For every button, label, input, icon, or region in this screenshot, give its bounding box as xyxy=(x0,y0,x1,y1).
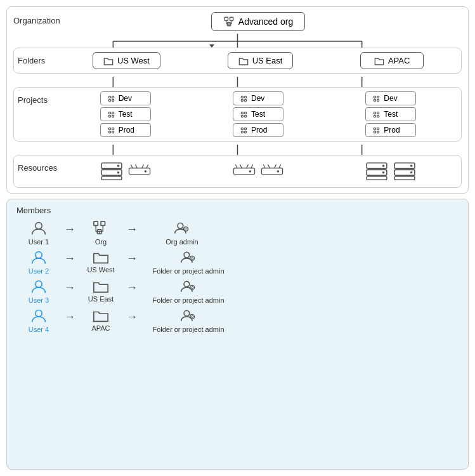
project-dev-1: Dev xyxy=(100,91,151,105)
project-test-3-label: Test xyxy=(384,110,398,119)
svg-point-96 xyxy=(36,222,42,228)
member-user3: User 3 xyxy=(16,279,61,304)
projects-to-resources-connector xyxy=(55,145,420,155)
svg-point-124 xyxy=(36,310,42,316)
svg-point-48 xyxy=(377,99,379,101)
projects-row: Projects Dev xyxy=(18,91,457,137)
project-test-2-label: Test xyxy=(251,110,265,119)
uswest-label: US West xyxy=(87,266,114,274)
router-icon-3 xyxy=(261,162,283,181)
svg-point-125 xyxy=(184,310,190,316)
svg-rect-80 xyxy=(261,168,282,175)
member-folderadmin4: Folder or project admin xyxy=(141,308,236,333)
svg-point-88 xyxy=(382,164,385,167)
arrow4a: → xyxy=(64,310,75,331)
resource-group-3 xyxy=(365,162,416,181)
svg-point-110 xyxy=(36,251,42,258)
svg-line-77 xyxy=(247,164,249,168)
folders-label: Folders xyxy=(18,52,59,65)
connector-svg xyxy=(55,34,420,48)
folder-useast-icon xyxy=(93,280,109,294)
svg-point-21 xyxy=(108,96,110,98)
svg-point-23 xyxy=(108,99,110,101)
project-icon-2 xyxy=(107,110,115,119)
org-content: Advanced org xyxy=(55,12,462,31)
folders-inner-box: Folders US West xyxy=(13,48,462,74)
member-row-1: User 1 → Org → xyxy=(16,220,459,246)
svg-rect-67 xyxy=(101,176,122,180)
org-label-member: Org xyxy=(95,238,107,246)
arrow1b: → xyxy=(126,223,138,244)
svg-line-71 xyxy=(141,164,143,168)
svg-point-50 xyxy=(377,112,379,114)
svg-rect-90 xyxy=(367,176,387,180)
svg-point-104 xyxy=(178,223,183,228)
svg-rect-98 xyxy=(101,221,105,226)
folder-us-west: US West xyxy=(93,52,160,69)
member-folderadmin2: Folder or project admin xyxy=(141,249,236,275)
folder-apac: APAC xyxy=(360,52,424,69)
svg-point-44 xyxy=(244,131,246,133)
svg-point-35 xyxy=(241,99,243,101)
svg-point-31 xyxy=(108,131,110,133)
project-icon-9 xyxy=(372,126,381,135)
svg-line-82 xyxy=(268,164,270,168)
svg-rect-97 xyxy=(94,221,98,226)
f2p-svg xyxy=(55,77,420,87)
member-uswest: US West xyxy=(79,251,123,274)
svg-line-83 xyxy=(275,164,277,168)
svg-point-30 xyxy=(112,128,114,129)
member-useast: US East xyxy=(79,280,123,303)
svg-line-76 xyxy=(240,164,242,168)
project-dev-1-label: Dev xyxy=(119,94,132,103)
arrow3b: → xyxy=(126,281,138,302)
server-icon-1 xyxy=(100,162,123,181)
folderadmin3-label: Folder or project admin xyxy=(152,296,224,304)
svg-line-72 xyxy=(146,164,148,168)
svg-line-69 xyxy=(131,164,133,168)
svg-point-26 xyxy=(112,112,114,114)
resources-label: Resources xyxy=(18,159,59,173)
server-icon-3 xyxy=(393,162,416,181)
resources-content xyxy=(59,159,457,183)
svg-line-78 xyxy=(251,164,253,168)
org-icon xyxy=(223,16,235,27)
user2-icon xyxy=(30,249,47,266)
svg-point-42 xyxy=(244,128,246,129)
svg-rect-74 xyxy=(233,168,254,175)
project-group-2: Dev Test xyxy=(233,91,283,137)
folderadmin2-label: Folder or project admin xyxy=(152,267,224,275)
svg-point-89 xyxy=(382,171,385,174)
member-user4: User 4 xyxy=(16,308,61,333)
folders-to-projects-connector xyxy=(55,77,420,87)
folder-east-label: US East xyxy=(252,56,283,65)
members-section: Members User 1 → xyxy=(6,199,469,470)
member-apac: APAC xyxy=(79,309,123,332)
svg-point-111 xyxy=(184,252,190,258)
folder-apac-icon xyxy=(374,56,384,65)
project-dev-2: Dev xyxy=(233,91,283,105)
project-prod-2-label: Prod xyxy=(251,126,267,135)
member-user1: User 1 xyxy=(16,220,61,246)
svg-point-36 xyxy=(244,99,246,101)
orgadmin-icon xyxy=(174,220,190,237)
org-name: Advanced org xyxy=(238,17,293,27)
arrow2b: → xyxy=(126,252,138,273)
svg-point-85 xyxy=(277,170,280,173)
project-icon-7 xyxy=(372,95,381,103)
svg-rect-68 xyxy=(129,168,150,175)
project-prod-1-label: Prod xyxy=(119,126,134,135)
folder-apac-label: APAC xyxy=(388,56,410,65)
folders-content: US West US East xyxy=(59,52,457,69)
server-icon-2 xyxy=(365,162,388,181)
svg-point-65 xyxy=(117,164,119,167)
resource-group-1 xyxy=(100,162,151,181)
svg-point-38 xyxy=(244,112,246,114)
project-icon-1 xyxy=(107,95,115,103)
projects-label: Projects xyxy=(18,91,59,105)
org-box: Advanced org xyxy=(211,12,305,31)
resources-row: Resources xyxy=(18,159,457,183)
project-icon-5 xyxy=(240,110,248,119)
svg-line-70 xyxy=(135,164,137,168)
svg-point-53 xyxy=(374,128,376,129)
